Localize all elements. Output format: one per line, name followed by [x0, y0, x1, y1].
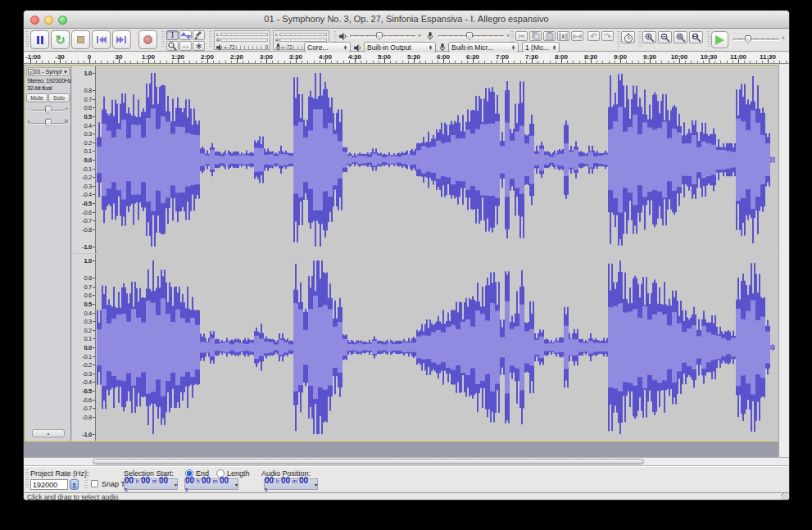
trim-audio-button[interactable] — [557, 31, 569, 41]
play-loop-button[interactable]: ↻ — [51, 30, 70, 49]
toolbar-grip[interactable] — [617, 31, 620, 48]
close-track-icon[interactable]: × — [28, 69, 34, 75]
timeline-ruler[interactable]: -1:00-300301:001:302:002:303:003:304:004… — [24, 52, 789, 64]
channel-left[interactable]: 1.00.80.70.60.50.40.30.20.10.0-0.1-0.2-0… — [72, 66, 778, 253]
record-button[interactable] — [138, 30, 157, 49]
pan-slider[interactable]: L R — [28, 117, 68, 129]
audio-host-select[interactable]: Core...▲▼ — [304, 42, 351, 53]
timefield-segment: s — [125, 487, 128, 492]
undo-button[interactable]: ↶ — [587, 31, 600, 41]
zoom-tool-button[interactable] — [166, 41, 179, 51]
amplitude-tick — [93, 434, 95, 435]
toolbar-grip[interactable] — [638, 31, 642, 48]
timefield-segment: s — [185, 487, 188, 492]
timefield-segment: s — [265, 487, 268, 492]
amplitude-tick — [93, 134, 95, 134]
mute-button[interactable]: Mute — [26, 93, 48, 102]
toolbar-grip[interactable] — [25, 31, 29, 48]
zoom-in-button[interactable] — [642, 31, 656, 43]
playback-speed-thumb[interactable] — [745, 35, 751, 43]
input-volume-thumb[interactable] — [466, 32, 473, 40]
selection-tool-button[interactable]: I — [166, 30, 179, 40]
zoom-out-button[interactable] — [658, 31, 672, 43]
output-volume-slider[interactable]: -+ — [350, 35, 415, 38]
fit-project-icon — [692, 33, 701, 43]
amplitude-label: 0.6 — [84, 292, 92, 299]
skip-to-end-button[interactable] — [112, 30, 131, 49]
horizontal-scrollbar[interactable] — [24, 457, 789, 466]
paste-button[interactable] — [543, 31, 556, 41]
channel-right[interactable]: 1.00.80.70.60.50.40.30.20.10.0-0.1-0.2-0… — [72, 254, 778, 441]
input-volume-slider[interactable]: + — [438, 35, 504, 38]
track-menu-caret-icon[interactable]: ▼ — [63, 70, 68, 75]
toolbar-grip[interactable] — [84, 470, 88, 488]
timeline-label: 5:30 — [407, 53, 420, 61]
toolbar-grip[interactable] — [209, 31, 212, 48]
timefield-segment: 00 — [141, 476, 150, 485]
fit-selection-button[interactable] — [674, 31, 687, 43]
timeline-label: 0 — [88, 53, 91, 61]
track-control-panel[interactable]: × 01 - Symph ▼ Stereo, 192000Hz 32-bit f… — [25, 66, 71, 441]
meter-dropdown-arrow[interactable]: ▾ — [225, 45, 227, 50]
cut-button[interactable]: ✂ — [515, 31, 528, 41]
magnifier-icon — [168, 42, 177, 51]
output-device-select[interactable]: Built-in Output▲▼ — [364, 42, 436, 53]
amplitude-label: 0.2 — [84, 326, 92, 333]
audio-track[interactable]: × 01 - Symph ▼ Stereo, 192000Hz 32-bit f… — [25, 66, 778, 442]
meter-dropdown-arrow[interactable]: ▾ — [282, 45, 284, 50]
waveform-right[interactable] — [97, 254, 778, 441]
timefield-segment: 00 — [281, 476, 290, 485]
track-title[interactable]: 01 - Symph — [34, 68, 62, 75]
timeline-label: 11:00 — [730, 53, 746, 61]
toolbar-grip[interactable] — [707, 31, 710, 48]
track-bitdepth-info: 32-bit float — [25, 84, 70, 92]
input-channels-select[interactable]: 1 (Mo...▲▼ — [522, 42, 560, 53]
resize-grip[interactable] — [781, 493, 788, 501]
horizontal-scrollbar-thumb[interactable] — [93, 459, 644, 464]
snap-to-checkbox[interactable] — [91, 480, 98, 487]
redo-button[interactable]: ↷ — [601, 31, 614, 41]
pan-slider-thumb[interactable] — [45, 119, 52, 127]
timefield-segment: 00 — [220, 476, 229, 485]
track-header[interactable]: × 01 - Symph ▼ — [26, 67, 70, 76]
multi-tool-button[interactable]: ∗ — [193, 41, 205, 51]
skip-to-start-button[interactable] — [92, 30, 111, 49]
vertical-scrollbar[interactable] — [778, 65, 789, 457]
project-rate-input[interactable]: 192000 — [30, 479, 68, 490]
amplitude-tick — [93, 220, 95, 221]
selection-start-timefield[interactable]: 00 h 00 m 00 s ▾ — [124, 478, 178, 490]
timefield-segment: h — [136, 478, 139, 484]
track-area[interactable]: × 01 - Symph ▼ Stereo, 192000Hz 32-bit f… — [24, 65, 789, 457]
amplitude-label: 0.5 — [84, 301, 92, 308]
timeline-label: 30 — [116, 53, 123, 61]
toolbar-grip[interactable] — [161, 31, 165, 48]
timer-button[interactable] — [621, 31, 635, 43]
scissors-icon: ✂ — [518, 32, 525, 41]
audio-position-timefield[interactable]: 00 h 00 m 00 s ▾ — [264, 478, 318, 490]
pause-button[interactable] — [30, 30, 49, 49]
playback-speed-slider[interactable]: + — [733, 39, 779, 41]
fit-project-button[interactable] — [689, 31, 703, 43]
selection-end-timefield[interactable]: 00 h 00 m 00 s ▾ — [184, 478, 238, 490]
solo-button[interactable]: Solo — [48, 93, 70, 102]
title-bar[interactable]: 01 - Symphony No. 3, Op. 27, Sinfonia Es… — [24, 11, 789, 29]
collapse-track-button[interactable]: ▴ — [32, 429, 65, 437]
draw-tool-button[interactable] — [193, 30, 205, 40]
amplitude-label: -0.6 — [82, 208, 92, 215]
silence-audio-button[interactable] — [571, 31, 583, 41]
stop-button[interactable] — [71, 30, 90, 49]
toolbar-grip[interactable] — [25, 469, 29, 489]
timeshift-tool-button[interactable]: ↔ — [179, 41, 192, 51]
gain-slider[interactable]: - + — [28, 104, 68, 116]
project-rate-stepper[interactable]: ▲▼ — [70, 479, 79, 490]
waveform-left[interactable] — [97, 66, 778, 253]
envelope-tool-button[interactable] — [179, 30, 192, 40]
fit-selection-icon — [676, 33, 686, 43]
gain-slider-thumb[interactable] — [45, 106, 52, 114]
play-at-speed-button[interactable] — [711, 31, 728, 48]
input-device-select[interactable]: Built-in Micr...▲▼ — [448, 42, 519, 53]
timefield-segment: m — [293, 478, 297, 484]
copy-button[interactable] — [529, 31, 542, 41]
output-volume-thumb[interactable] — [376, 32, 383, 40]
playback-meter[interactable]: L R ▾ -72 0 — [214, 30, 270, 50]
